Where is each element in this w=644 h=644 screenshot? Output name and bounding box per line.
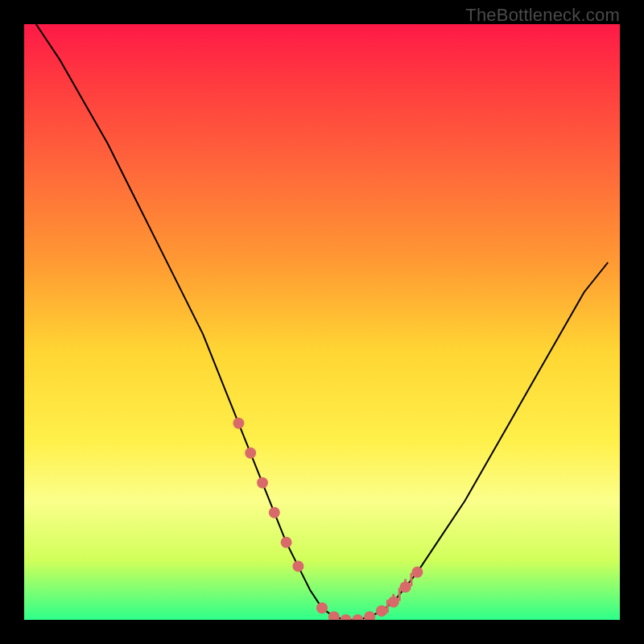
curve-marker	[376, 605, 387, 617]
curve-marker	[245, 448, 256, 459]
curve-marker	[352, 614, 363, 620]
curve-marker	[257, 477, 268, 489]
curve-marker	[269, 507, 280, 518]
curve-marker	[341, 614, 352, 620]
curve-marker	[316, 602, 328, 613]
marker-cluster-left	[233, 418, 303, 572]
chart-frame: TheBottleneck.com	[0, 0, 644, 644]
curve-marker	[411, 567, 423, 578]
curve-marker	[292, 560, 303, 572]
bottleneck-curve	[36, 24, 608, 620]
curve-marker	[281, 537, 292, 548]
plot-area	[24, 24, 620, 620]
curve-marker	[233, 418, 244, 429]
curve-marker	[328, 611, 340, 620]
curve-marker	[364, 611, 375, 620]
watermark-label: TheBottleneck.com	[465, 5, 620, 26]
curve-svg	[24, 24, 620, 620]
